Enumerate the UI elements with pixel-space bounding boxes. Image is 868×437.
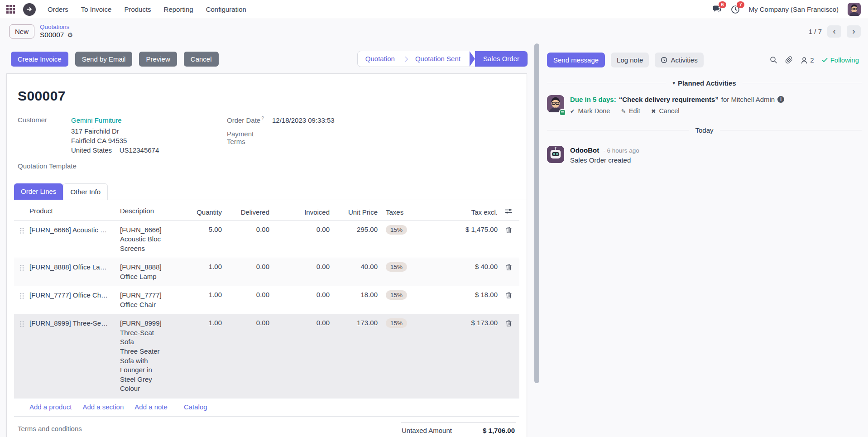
cell-description[interactable]: [FURN_8999] Three-Seat Sofa Three Seater… xyxy=(120,319,179,393)
col-description: Description xyxy=(120,206,179,216)
person-icon xyxy=(801,57,808,64)
menu-configuration[interactable]: Configuration xyxy=(206,5,246,13)
scrollbar-thumb[interactable] xyxy=(534,43,539,383)
cell-product[interactable]: [FURN_8999] Three-Se… xyxy=(29,319,120,328)
user-avatar[interactable] xyxy=(848,3,861,16)
drag-handle-icon[interactable] xyxy=(14,226,29,234)
cell-quantity[interactable]: 1.00 xyxy=(179,319,222,327)
breadcrumb-quotations-link[interactable]: Quotations xyxy=(40,24,73,30)
log-note-button[interactable]: Log note xyxy=(611,53,649,67)
menu-products[interactable]: Products xyxy=(124,5,151,13)
following-toggle[interactable]: Following xyxy=(822,56,859,64)
send-message-button[interactable]: Send message xyxy=(547,53,605,67)
tab-other-info[interactable]: Other Info xyxy=(63,183,108,200)
add-a-note-link[interactable]: Add a note xyxy=(134,403,168,411)
create-invoice-button[interactable]: Create Invoice xyxy=(11,52,68,67)
tax-tag[interactable]: 15% xyxy=(386,225,407,235)
add-a-product-link[interactable]: Add a product xyxy=(29,403,72,411)
caret-down-icon[interactable]: ▾ xyxy=(672,80,675,86)
tax-tag[interactable]: 15% xyxy=(386,290,407,300)
vertical-scrollbar[interactable] xyxy=(532,43,542,437)
cancel-button[interactable]: Cancel xyxy=(184,52,219,67)
drag-handle-icon[interactable] xyxy=(14,319,29,327)
planned-activities-divider: ▾ Planned Activities xyxy=(547,79,862,87)
delete-line-icon[interactable] xyxy=(505,226,512,235)
table-row-selected[interactable]: [FURN_8999] Three-Se… [FURN_8999] Three-… xyxy=(14,314,519,398)
cancel-activity-button[interactable]: ✖ Cancel xyxy=(651,107,680,115)
menu-reporting[interactable]: Reporting xyxy=(164,5,193,13)
cell-unit-price[interactable]: 295.00 xyxy=(330,226,378,233)
activities-clock-icon[interactable]: 7 xyxy=(731,5,740,14)
drag-handle-icon[interactable] xyxy=(14,263,29,271)
cell-tax-excl: $ 18.00 xyxy=(441,291,498,298)
pager-previous-button[interactable]: ‹ xyxy=(827,25,841,38)
menu-orders[interactable]: Orders xyxy=(48,5,68,13)
cell-delivered[interactable]: 0.00 xyxy=(222,226,269,233)
planned-activity-item: Due in 5 days: “Check delivery requireme… xyxy=(547,95,862,115)
cell-unit-price[interactable]: 173.00 xyxy=(330,319,378,327)
cell-invoiced[interactable]: 0.00 xyxy=(269,319,330,327)
cell-quantity[interactable]: 5.00 xyxy=(179,226,222,233)
terms-and-conditions[interactable]: Terms and conditions xyxy=(18,425,82,434)
pager-next-button[interactable]: › xyxy=(847,25,861,38)
cell-tax-excl: $ 1,475.00 xyxy=(441,226,498,233)
tax-tag[interactable]: 15% xyxy=(386,318,407,328)
cell-invoiced[interactable]: 0.00 xyxy=(269,291,330,298)
cell-delivered[interactable]: 0.00 xyxy=(222,319,269,327)
followers-counter[interactable]: 2 xyxy=(801,56,814,64)
send-by-email-button[interactable]: Send by Email xyxy=(75,52,133,67)
pager-count[interactable]: 1 / 7 xyxy=(809,28,822,35)
info-icon[interactable]: i xyxy=(777,96,784,103)
messages-icon[interactable]: 6 xyxy=(712,5,722,14)
cell-quantity[interactable]: 1.00 xyxy=(179,263,222,270)
add-a-section-link[interactable]: Add a section xyxy=(82,403,124,411)
preview-button[interactable]: Preview xyxy=(139,52,177,67)
menu-to-invoice[interactable]: To Invoice xyxy=(81,5,112,13)
company-switcher[interactable]: My Company (San Francisco) xyxy=(749,5,839,13)
table-row[interactable]: [FURN_8888] Office La… [FURN_8888] Offic… xyxy=(14,258,519,286)
check-icon xyxy=(822,58,828,62)
order-date-value[interactable]: 12/18/2023 09:33:53 xyxy=(272,115,335,125)
new-button[interactable]: New xyxy=(9,24,34,38)
attachments-paperclip-icon[interactable] xyxy=(785,56,793,64)
customer-link[interactable]: Gemini Furniture xyxy=(71,115,159,125)
tab-order-lines[interactable]: Order Lines xyxy=(14,183,63,200)
message-author[interactable]: OdooBot xyxy=(570,146,599,154)
cell-description[interactable]: [FURN_7777] Office Chair xyxy=(120,291,179,309)
cell-description[interactable]: [FURN_8888] Office Lamp xyxy=(120,263,179,281)
odoobot-avatar xyxy=(547,146,564,163)
catalog-link[interactable]: Catalog xyxy=(184,403,207,411)
sales-app-icon[interactable] xyxy=(23,3,36,16)
gear-icon[interactable]: ⚙ xyxy=(67,31,73,38)
order-name-title: S00007 xyxy=(7,74,527,104)
cell-quantity[interactable]: 1.00 xyxy=(179,291,222,298)
optional-columns-icon[interactable] xyxy=(504,208,513,216)
cell-unit-price[interactable]: 40.00 xyxy=(330,263,378,270)
delete-line-icon[interactable] xyxy=(505,292,512,300)
stage-quotation[interactable]: Quotation xyxy=(358,51,403,67)
cell-description[interactable]: [FURN_6666] Acoustic Bloc Screens xyxy=(120,226,179,254)
cell-invoiced[interactable]: 0.00 xyxy=(269,263,330,270)
stage-sales-order-active[interactable]: Sales Order xyxy=(475,51,528,67)
drag-handle-icon[interactable] xyxy=(14,291,29,299)
stage-quotation-sent[interactable]: Quotation Sent xyxy=(408,51,468,67)
table-row[interactable]: [FURN_7777] Office Ch… [FURN_7777] Offic… xyxy=(14,286,519,314)
activities-button[interactable]: Activities xyxy=(655,53,703,67)
delete-line-icon[interactable] xyxy=(505,320,512,328)
cell-delivered[interactable]: 0.00 xyxy=(222,291,269,298)
delete-line-icon[interactable] xyxy=(505,264,512,272)
cell-invoiced[interactable]: 0.00 xyxy=(269,226,330,233)
order-lines-table: Product Description Quantity Delivered I… xyxy=(14,200,519,417)
search-messages-icon[interactable] xyxy=(770,56,777,64)
cell-unit-price[interactable]: 18.00 xyxy=(330,291,378,298)
edit-activity-button[interactable]: ✎ Edit xyxy=(621,107,640,115)
cell-product[interactable]: [FURN_7777] Office Ch… xyxy=(29,291,120,300)
cell-product[interactable]: [FURN_8888] Office La… xyxy=(29,263,120,272)
cell-product[interactable]: [FURN_6666] Acoustic … xyxy=(29,226,120,235)
cell-delivered[interactable]: 0.00 xyxy=(222,263,269,270)
mark-done-button[interactable]: ✔ Mark Done xyxy=(570,107,610,115)
apps-menu-icon[interactable] xyxy=(6,5,15,14)
chatter-message: OdooBot - 6 hours ago Sales Order create… xyxy=(547,146,862,164)
tax-tag[interactable]: 15% xyxy=(386,262,407,272)
table-row[interactable]: [FURN_6666] Acoustic … [FURN_6666] Acous… xyxy=(14,221,519,259)
